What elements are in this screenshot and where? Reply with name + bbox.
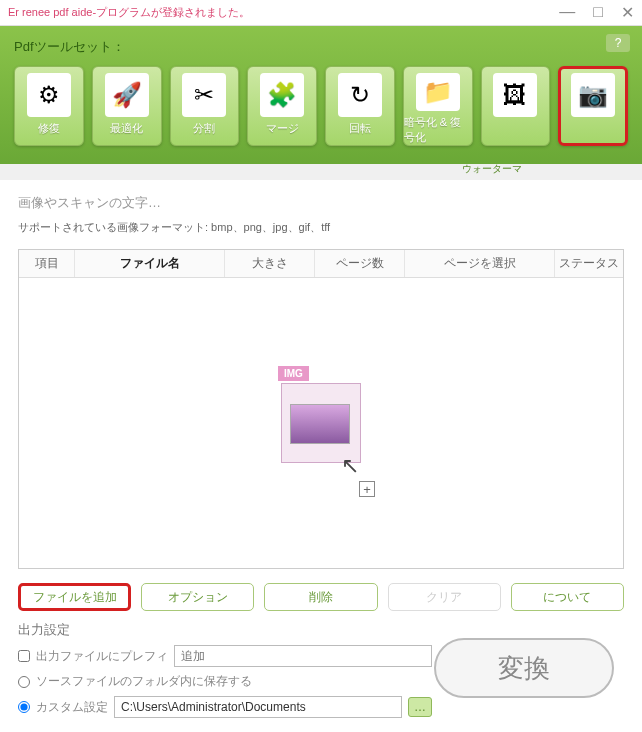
tool-label: 分割 [193,121,215,136]
options-button[interactable]: オプション [141,583,254,611]
cursor-icon: ↖ [341,453,359,479]
watermark-label: ウォーターマ [0,162,642,176]
rotate-icon: ↻ [338,73,382,117]
plus-icon: + [359,481,375,497]
placeholder-image: IMG [281,383,361,463]
tool-split[interactable]: ✂ 分割 [170,66,240,146]
browse-button[interactable]: … [408,697,432,717]
button-row: ファイルを追加 オプション 削除 クリア について [18,583,624,611]
header-title: Pdfツールセット： [14,34,628,66]
col-page-select[interactable]: ページを選択 [405,250,555,277]
drop-zone[interactable]: IMG ↖ + [19,278,623,568]
custom-path-row: カスタム設定 … [18,696,624,718]
col-size[interactable]: 大きさ [225,250,315,277]
tool-label: 暗号化 & 復号化 [404,115,472,145]
tool-label: マージ [266,121,299,136]
table-header: 項目 ファイル名 大きさ ページ数 ページを選択 ステータス [19,250,623,278]
tool-label: 回転 [349,121,371,136]
header: Pdfツールセット： ? ⚙ 修復 🚀 最適化 ✂ 分割 🧩 マージ ↻ 回転 … [0,26,642,164]
clear-button[interactable]: クリア [388,583,501,611]
about-button[interactable]: について [511,583,624,611]
add-file-button[interactable]: ファイルを追加 [18,583,131,611]
close-button[interactable]: ✕ [621,3,634,22]
source-folder-label: ソースファイルのフォルダ内に保存する [36,673,252,690]
img-inner [290,404,350,444]
img-tab: IMG [278,366,309,381]
tool-encrypt[interactable]: 📁 暗号化 & 復号化 [403,66,473,146]
source-folder-radio[interactable] [18,676,30,688]
tool-image[interactable]: 🖼 [481,66,551,146]
path-input[interactable] [114,696,402,718]
toolbar: ⚙ 修復 🚀 最適化 ✂ 分割 🧩 マージ ↻ 回転 📁 暗号化 & 復号化 🖼 [14,66,628,146]
help-button[interactable]: ? [606,34,630,52]
delete-button[interactable]: 削除 [264,583,377,611]
subheader: ウォーターマ [0,162,642,180]
convert-button[interactable]: 変換 [434,638,614,698]
description: 画像やスキャンの文字… [18,194,624,212]
tool-pdf-to-image[interactable]: 📷 [558,66,628,146]
col-item[interactable]: 項目 [19,250,75,277]
repair-icon: ⚙ [27,73,71,117]
image-icon: 🖼 [493,73,537,117]
tool-merge[interactable]: 🧩 マージ [247,66,317,146]
tool-label: 修復 [38,121,60,136]
tool-rotate[interactable]: ↻ 回転 [325,66,395,146]
titlebar-text: Er renee pdf aide-プログラムが登録されました。 [8,5,559,20]
tool-repair[interactable]: ⚙ 修復 [14,66,84,146]
optimize-icon: 🚀 [105,73,149,117]
col-status[interactable]: ステータス [555,250,623,277]
file-table: 項目 ファイル名 大きさ ページ数 ページを選択 ステータス IMG ↖ + [18,249,624,569]
col-filename[interactable]: ファイル名 [75,250,225,277]
custom-label: カスタム設定 [36,699,108,716]
merge-icon: 🧩 [260,73,304,117]
titlebar: Er renee pdf aide-プログラムが登録されました。 — □ ✕ [0,0,642,26]
custom-path-radio[interactable] [18,701,30,713]
prefix-label: 出力ファイルにプレフィ [36,648,168,665]
split-icon: ✂ [182,73,226,117]
prefix-checkbox[interactable] [18,650,30,662]
supported-formats: サポートされている画像フォーマット: bmp、png、jpg、gif、tff [18,220,624,235]
encrypt-icon: 📁 [416,73,460,111]
tool-optimize[interactable]: 🚀 最適化 [92,66,162,146]
minimize-button[interactable]: — [559,3,575,22]
window-controls: — □ ✕ [559,3,634,22]
tool-label: 最適化 [110,121,143,136]
col-pages[interactable]: ページ数 [315,250,405,277]
output-title: 出力設定 [18,621,624,639]
prefix-input[interactable] [174,645,432,667]
drop-placeholder: IMG ↖ + [281,383,361,463]
maximize-button[interactable]: □ [593,3,603,22]
pdf-to-image-icon: 📷 [571,73,615,117]
